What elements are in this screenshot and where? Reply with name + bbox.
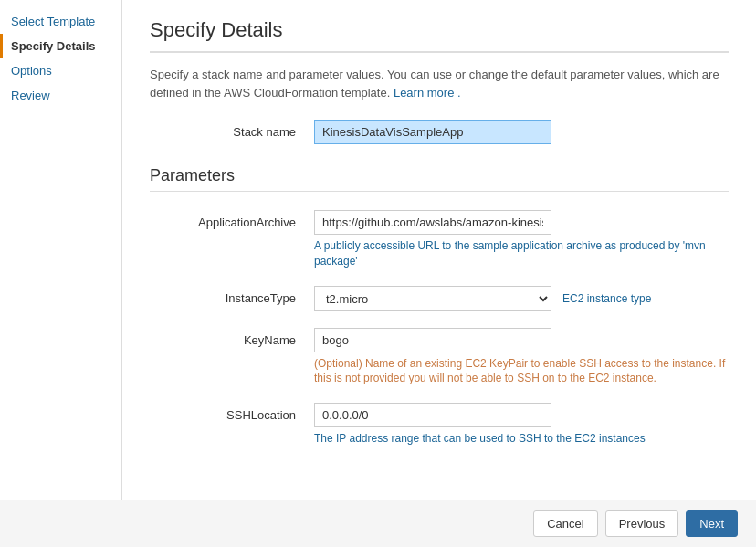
param-wrap-instance-type: t2.microt2.smallt2.mediumm3.mediumEC2 in… [314,286,729,311]
stack-name-input[interactable] [314,120,551,144]
learn-more-link[interactable]: Learn more . [394,86,461,100]
sidebar-item-select-template[interactable]: Select Template [0,9,121,34]
param-group-key-name: KeyName(Optional) Name of an existing EC… [150,328,729,387]
param-label-key-name: KeyName [150,328,314,347]
previous-button[interactable]: Previous [605,510,679,537]
footer: Cancel Previous Next [0,500,756,547]
params-title: Parameters [150,166,729,185]
param-hint-ssh-location: The IP address range that can be used to… [314,431,729,447]
param-wrap-key-name: (Optional) Name of an existing EC2 KeyPa… [314,328,729,387]
param-group-instance-type: InstanceTypet2.microt2.smallt2.mediumm3.… [150,286,729,311]
param-select-instance-type[interactable]: t2.microt2.smallt2.mediumm3.medium [314,286,551,311]
param-input-key-name[interactable] [314,328,551,352]
param-input-application-archive[interactable] [314,210,551,235]
param-label-ssh-location: SSHLocation [150,403,314,422]
param-hint-key-name: (Optional) Name of an existing EC2 KeyPa… [314,356,729,387]
param-label-application-archive: ApplicationArchive [150,210,314,229]
param-hint-instance-type: EC2 instance type [562,292,651,305]
param-group-application-archive: ApplicationArchiveA publicly accessible … [150,210,729,269]
param-hint-application-archive: A publicly accessible URL to the sample … [314,238,729,269]
sidebar-item-options[interactable]: Options [0,58,121,83]
param-label-instance-type: InstanceType [150,286,314,305]
param-wrap-application-archive: A publicly accessible URL to the sample … [314,210,729,269]
next-button[interactable]: Next [686,510,738,537]
sidebar: Select TemplateSpecify DetailsOptionsRev… [0,0,122,500]
param-wrap-ssh-location: The IP address range that can be used to… [314,403,729,447]
sidebar-item-specify-details[interactable]: Specify Details [0,34,121,58]
stack-name-input-wrap [314,120,729,144]
description: Specify a stack name and parameter value… [150,66,729,101]
cancel-button[interactable]: Cancel [533,510,597,537]
page-title: Specify Details [150,18,729,42]
stack-name-group: Stack name [150,120,729,144]
main-content: Specify Details Specify a stack name and… [122,0,756,500]
param-input-ssh-location[interactable] [314,403,551,427]
sidebar-item-review[interactable]: Review [0,83,121,108]
stack-name-label: Stack name [150,120,314,139]
param-group-ssh-location: SSHLocationThe IP address range that can… [150,403,729,447]
